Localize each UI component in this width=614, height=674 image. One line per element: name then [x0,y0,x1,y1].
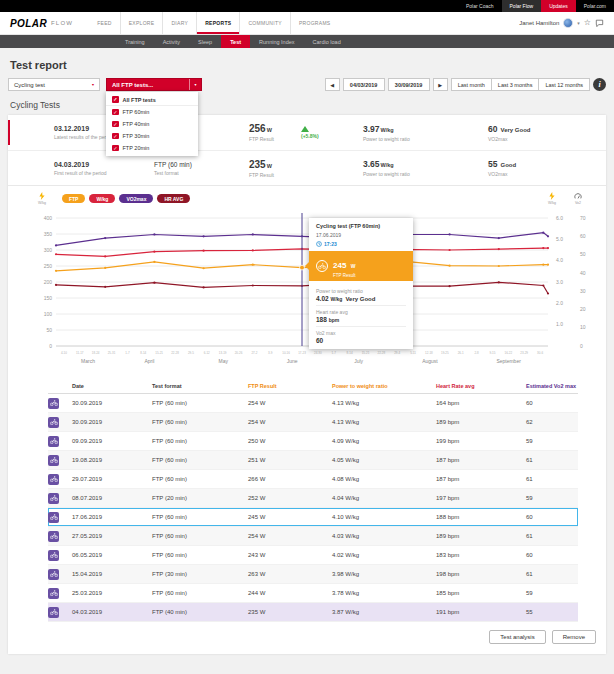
sport-select-value: Cycling test [14,82,45,88]
test-analysis-button[interactable]: Test analysis [489,630,545,644]
svg-text:30: 30 [580,288,586,294]
cyclist-icon-cell [48,417,72,428]
subnav-item-training[interactable]: Training [116,35,154,48]
cell-test-format: FTP (60 min) [152,476,248,482]
legend-pills: FTPW/kgVO2maxHR AVG [62,194,190,203]
summary-vo2-cell: 55Good VO2max [488,159,606,177]
cell-ftp-result: 250 W [248,438,332,444]
range-button-last-3-months[interactable]: Last 3 months [492,78,540,91]
svg-text:5.0: 5.0 [556,236,563,242]
nav-item-explore[interactable]: EXPLORE [120,12,163,34]
column-header-date: Date [72,383,152,389]
svg-text:22-28: 22-28 [171,351,179,355]
subnav-item-sleep[interactable]: Sleep [189,35,221,48]
table-row[interactable]: 30.09.2019FTP (60 min)254 W4.13 W/kg164 … [48,394,578,413]
summary-date-label: First result of the period [54,170,154,176]
prev-period-button[interactable]: ◀ [325,78,340,91]
summary-ftp-value: 235 [249,159,266,170]
summary-format: FTP (60 min) [154,161,249,168]
chevron-down-icon: ▼ [87,83,99,87]
cell-date: 04.03.2019 [72,609,152,615]
polar-logo[interactable]: POLAR FLOW [10,12,73,34]
caret-down-icon[interactable]: ▾ [577,20,580,26]
checkbox-checked-icon[interactable]: ✓ [112,96,119,103]
subnav-item-activity[interactable]: Activity [154,35,189,48]
summary-ftp-label: FTP Result [249,136,301,142]
table-row[interactable]: 17.06.2019FTP (60 min)245 W4.10 W/kg188 … [48,508,578,527]
checkbox-checked-icon[interactable]: ✓ [112,121,119,128]
table-row[interactable]: 29.07.2019FTP (60 min)266 W4.08 W/kg187 … [48,470,578,489]
cell-vo2-max: 61 [526,476,578,482]
table-row[interactable]: 04.03.2019FTP (40 min)235 W3.87 W/kg191 … [48,603,578,622]
summary-row-latest[interactable]: 03.12.2019 Latest results of the period … [8,115,606,150]
cyclist-icon-cell [48,569,72,580]
table-row[interactable]: 15.04.2019FTP (30 min)263 W3.98 W/kg198 … [48,565,578,584]
legend-pill-ftp[interactable]: FTP [62,194,85,203]
test-trend-chart[interactable]: 4003503002502001501005006.05.04.03.02.01… [8,208,606,372]
checkbox-checked-icon[interactable]: ✓ [112,133,119,140]
report-card: 03.12.2019 Latest results of the period … [8,115,606,654]
nav-item-diary[interactable]: DIARY [162,12,196,34]
ftp-filter-select[interactable]: All FTP tests... ▼ [106,78,202,91]
sport-select[interactable]: Cycling test ▼ [8,78,100,91]
menu-item-all-ftp-tests[interactable]: ✓All FTP tests [106,94,198,106]
svg-text:15-21: 15-21 [362,351,370,355]
table-row[interactable]: 06.05.2019FTP (60 min)243 W4.02 W/kg183 … [48,546,578,565]
table-row[interactable]: 30.09.2019FTP (60 min)254 W4.13 W/kg189 … [48,413,578,432]
topbar-link-polar-coach[interactable]: Polar Coach [458,0,502,12]
menu-item-ftp-60min[interactable]: ✓FTP 60min [106,106,198,118]
tooltip-date: 17.06.2019 [316,232,406,238]
range-button-last-month[interactable]: Last month [451,78,492,91]
legend-pill-hr-avg[interactable]: HR AVG [157,194,190,203]
topbar-link-updates[interactable]: Updates [541,0,576,12]
cyclist-icon [48,531,59,542]
user-name[interactable]: Janet Hamilton [519,20,559,26]
nav-item-reports[interactable]: REPORTS [196,12,239,34]
legend-pill-vo2max[interactable]: VO2max [119,194,153,203]
nav-item-feed[interactable]: FEED [89,12,120,34]
topbar-link-polar-com[interactable]: Polar.com [576,0,614,12]
cyclist-icon-cell [48,512,72,523]
table-row[interactable]: 08.07.2019FTP (20 min)252 W4.04 W/kg197 … [48,489,578,508]
info-button[interactable]: i [593,78,606,91]
table-row[interactable]: 19.08.2019FTP (60 min)251 W4.05 W/kg187 … [48,451,578,470]
date-from-field[interactable]: 04/03/2019 [343,78,385,91]
next-period-button[interactable]: ▶ [433,78,448,91]
table-row[interactable]: 25.03.2019FTP (60 min)244 W3.78 W/kg185 … [48,584,578,603]
menu-item-ftp-40min[interactable]: ✓FTP 40min [106,118,198,130]
column-header-ftp: FTP Result [248,383,332,389]
summary-pwr-value: 3.97 [363,124,380,134]
subnav-item-test[interactable]: Test [221,35,250,48]
subnav-item-cardio-load[interactable]: Cardio load [304,35,350,48]
range-button-last-12-months[interactable]: Last 12 months [539,78,590,91]
chat-icon[interactable] [595,19,604,27]
nav-item-programs[interactable]: PROGRAMS [290,12,339,34]
table-row[interactable]: 27.05.2019FTP (60 min)254 W4.03 W/kg189 … [48,527,578,546]
cyclist-icon [316,260,328,272]
checkbox-checked-icon[interactable]: ✓ [112,145,119,152]
subnav-item-running-index[interactable]: Running Index [250,35,303,48]
nav-item-community[interactable]: COMMUNITY [239,12,290,34]
avatar[interactable] [563,18,573,28]
cyclist-icon [48,569,59,580]
cell-ftp-result: 235 W [248,609,332,615]
summary-row-first[interactable]: 04.03.2019 First result of the period FT… [8,150,606,185]
menu-item-ftp-30min[interactable]: ✓FTP 30min [106,130,198,142]
vo2-axis-icon: Vo2 [574,192,582,205]
svg-text:350: 350 [44,231,53,237]
remove-button[interactable]: Remove [552,630,596,644]
topbar-link-polar-flow[interactable]: Polar Flow [502,0,542,12]
cell-heart-rate-avg: 164 bpm [436,400,526,406]
cell-date: 09.09.2019 [72,438,152,444]
table-row[interactable]: 09.09.2019FTP (60 min)250 W4.09 W/kg199 … [48,432,578,451]
legend-pill-w-kg[interactable]: W/kg [89,194,115,203]
star-icon[interactable]: ☆ [584,19,591,27]
date-to-field[interactable]: 30/09/2019 [388,78,430,91]
menu-item-label: FTP 60min [123,109,150,115]
cyclist-icon-cell [48,493,72,504]
increase-triangle-icon [301,126,309,132]
cell-power-to-weight: 4.04 W/kg [332,495,436,501]
cell-vo2-max: 62 [526,419,578,425]
menu-item-ftp-20min[interactable]: ✓FTP 20min [106,142,198,154]
checkbox-checked-icon[interactable]: ✓ [112,109,119,116]
